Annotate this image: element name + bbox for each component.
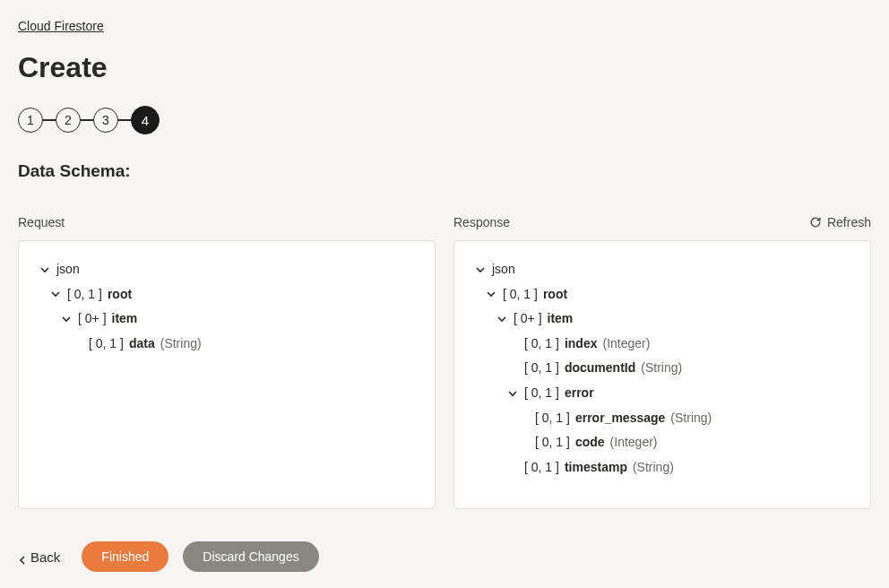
tree-node-item: item <box>548 310 574 328</box>
refresh-icon <box>809 216 822 229</box>
schema-container: Request json [ 0, 1 ] root <box>18 213 871 509</box>
back-button[interactable]: Back <box>18 549 67 565</box>
tree-cardinality: [ 0, 1 ] <box>535 434 570 452</box>
chevron-down-icon[interactable] <box>485 288 497 300</box>
tree-cardinality: [ 0, 1 ] <box>524 359 559 377</box>
tree-cardinality: [ 0, 1 ] <box>535 410 570 428</box>
tree-node-timestamp: timestamp <box>565 459 627 477</box>
tree-node-error: error <box>565 385 594 402</box>
tree-cardinality: [ 0, 1 ] <box>524 385 559 402</box>
step-connector <box>43 119 56 121</box>
tree-node-documentid: documentId <box>565 359 635 377</box>
finished-button[interactable]: Finished <box>82 541 168 572</box>
step-connector <box>81 119 93 121</box>
tree-node-data: data <box>129 335 155 353</box>
response-panel: Response Refresh json <box>453 213 871 509</box>
section-title: Data Schema: <box>18 161 871 181</box>
response-schema-box: json [ 0, 1 ] root [ 0+ ] item <box>453 240 871 509</box>
tree-type: (String) <box>641 359 682 377</box>
tree-node-root: root <box>543 286 567 304</box>
step-2[interactable]: 2 <box>56 108 81 133</box>
tree-type: (String) <box>633 459 674 477</box>
chevron-down-icon[interactable] <box>496 313 508 325</box>
tree-cardinality: [ 0, 1 ] <box>67 286 102 304</box>
tree-type: (Integer) <box>603 335 651 353</box>
tree-cardinality: [ 0+ ] <box>514 310 542 328</box>
chevron-down-icon[interactable] <box>506 387 519 400</box>
breadcrumb-link[interactable]: Cloud Firestore <box>18 19 104 33</box>
request-panel: Request json [ 0, 1 ] root <box>18 213 436 509</box>
chevron-down-icon[interactable] <box>60 313 73 325</box>
request-label: Request <box>18 215 65 229</box>
tree-cardinality: [ 0+ ] <box>78 310 107 328</box>
tree-cardinality: [ 0, 1 ] <box>89 335 124 353</box>
tree-cardinality: [ 0, 1 ] <box>524 459 559 477</box>
chevron-down-icon[interactable] <box>474 264 487 276</box>
refresh-label: Refresh <box>827 215 871 229</box>
tree-node-item: item <box>112 310 138 328</box>
refresh-button[interactable]: Refresh <box>809 215 871 229</box>
response-label: Response <box>453 215 510 229</box>
tree-node-root: root <box>108 286 132 304</box>
step-connector <box>118 119 131 121</box>
back-label: Back <box>30 549 60 565</box>
stepper: 1 2 3 4 <box>18 106 871 134</box>
request-schema-box: json [ 0, 1 ] root [ 0+ ] item <box>18 240 436 509</box>
tree-node-error-message: error_message <box>575 410 665 428</box>
tree-node-code: code <box>575 434 605 452</box>
page-title: Create <box>18 51 871 84</box>
footer-actions: Back Finished Discard Changes <box>18 541 871 572</box>
tree-cardinality: [ 0, 1 ] <box>503 286 538 304</box>
discard-button[interactable]: Discard Changes <box>183 541 318 572</box>
tree-type: (Integer) <box>610 434 658 452</box>
step-1[interactable]: 1 <box>18 108 43 133</box>
tree-type: (String) <box>670 410 712 428</box>
step-4[interactable]: 4 <box>131 106 160 134</box>
tree-type: (String) <box>160 335 202 353</box>
tree-node-json: json <box>492 261 515 279</box>
chevron-down-icon[interactable] <box>39 264 51 276</box>
chevron-down-icon[interactable] <box>49 288 62 300</box>
step-3[interactable]: 3 <box>93 108 118 133</box>
tree-cardinality: [ 0, 1 ] <box>524 335 559 353</box>
tree-node-index: index <box>565 335 598 353</box>
tree-node-json: json <box>56 261 80 279</box>
chevron-left-icon <box>18 552 27 561</box>
